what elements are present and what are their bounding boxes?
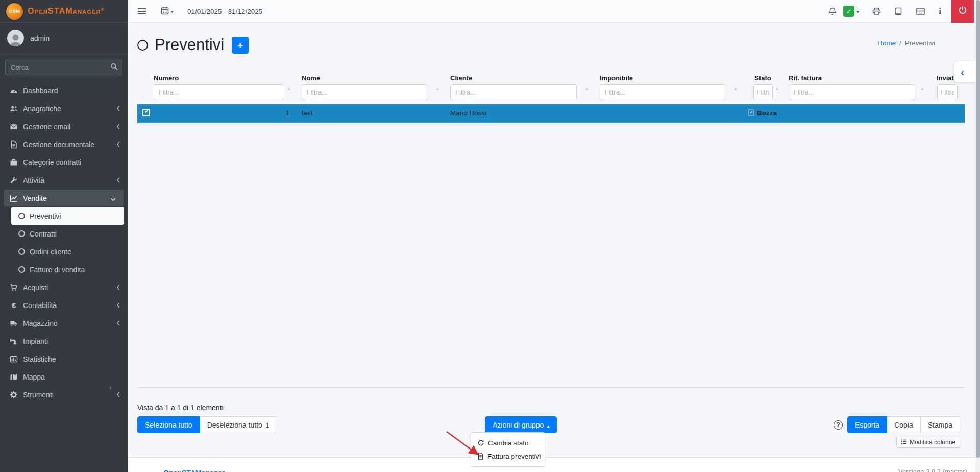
sidebar-item-contratti[interactable]: Contratti	[11, 225, 124, 243]
chevron-left-icon	[116, 319, 120, 327]
osm-logo-icon: OSM	[6, 3, 23, 20]
date-range[interactable]: 01/01/2025 - 31/12/2025	[187, 8, 262, 15]
print-table-button[interactable]: Stampa	[921, 416, 960, 433]
column-header-label[interactable]: Cliente	[450, 74, 594, 82]
filter-input-rif-fattura[interactable]	[789, 84, 915, 100]
sidebar-item-label: Impianti	[23, 337, 48, 345]
logout-power-button[interactable]	[951, 0, 974, 23]
right-panel-toggle[interactable]: ‹	[954, 61, 976, 82]
help-icon[interactable]: ?	[834, 420, 843, 430]
table-row-selected[interactable]: ✓ 1 test Mario Rossi Bozza	[137, 104, 965, 123]
breadcrumb-home-link[interactable]: Home	[877, 39, 896, 47]
sidebar-item-label: Acquisti	[23, 284, 48, 292]
keyboard-shortcuts-button[interactable]	[916, 8, 925, 15]
sidebar-item-anagrafiche[interactable]: Anagrafiche	[0, 100, 128, 117]
sidebar-item-ordini-cliente[interactable]: Ordini cliente	[11, 243, 124, 261]
filter-input-inviata[interactable]	[937, 84, 958, 100]
manual-book-button[interactable]	[894, 7, 902, 15]
sidebar-item-label: Statistiche	[23, 355, 56, 363]
filter-input-numero[interactable]	[154, 84, 283, 100]
sidebar-item-acquisti[interactable]: Acquisti	[0, 278, 128, 296]
add-record-button[interactable]: +	[232, 37, 249, 54]
menu-item-cambia-stato[interactable]: Cambia stato	[471, 436, 545, 450]
sort-arrow-icon[interactable]: ▲	[585, 86, 589, 91]
file-invoice-icon	[477, 453, 484, 460]
chevron-left-icon: ‹	[961, 66, 964, 78]
cart-icon	[8, 284, 19, 292]
copy-button[interactable]: Copia	[887, 416, 921, 433]
sidebar-nav: Dashboard Anagrafiche Gestione email Ges…	[0, 82, 128, 404]
group-actions-menu: Cambia stato Fattura preventivi	[471, 432, 545, 467]
column-header-label[interactable]: Imponibile	[600, 74, 743, 82]
sort-arrow-icon[interactable]: ▲	[435, 86, 439, 91]
brand[interactable]: OSM OpenSTAManager®	[0, 0, 128, 23]
column-stato: Stato ▲	[743, 73, 783, 100]
sidebar-item-impianti[interactable]: Impianti	[0, 332, 128, 350]
sidebar-item-preventivi[interactable]: Preventivi	[11, 207, 124, 225]
sort-arrow-icon[interactable]: ▲	[733, 86, 738, 91]
chevron-left-icon	[116, 123, 120, 131]
sidebar-item-gestione-email[interactable]: Gestione email	[0, 117, 128, 135]
column-cliente: Cliente ▲	[445, 73, 594, 100]
chevron-left-icon	[116, 284, 120, 292]
power-icon	[958, 6, 967, 17]
sidebar-item-strumenti[interactable]: Strumenti	[0, 386, 128, 404]
sidebar-item-label: Contabilità	[23, 301, 57, 310]
row-checkbox[interactable]: ✓	[142, 109, 150, 116]
sidebar-item-label: Dashboard	[23, 87, 58, 95]
sidebar-item-label: Ordini cliente	[30, 248, 71, 256]
sidebar-item-fatture-di-vendita[interactable]: Fatture di vendita	[11, 261, 124, 278]
search-input[interactable]	[5, 60, 106, 75]
search-button[interactable]	[106, 60, 122, 75]
filter-input-imponibile[interactable]	[600, 84, 726, 100]
column-header-label[interactable]: Nome	[302, 74, 445, 82]
edit-columns-button[interactable]: Modifica colonne	[896, 437, 960, 448]
column-header-label[interactable]: Stato	[743, 74, 783, 82]
sidebar-item-dashboard[interactable]: Dashboard	[0, 82, 128, 100]
scrollbar-thumb[interactable]	[976, 0, 980, 458]
info-button[interactable]: i	[939, 6, 941, 16]
sidebar-item-vendite[interactable]: Vendite	[4, 190, 124, 206]
topbar: ▾ 01/01/2025 - 31/12/2025 ✓ ▾ i	[128, 0, 980, 23]
column-header-label[interactable]: Numero	[154, 74, 296, 82]
notifications-bell-button[interactable]	[828, 7, 837, 16]
avatar	[7, 30, 24, 46]
sort-arrow-icon[interactable]: ▲	[775, 86, 779, 91]
filter-input-stato[interactable]	[753, 84, 773, 100]
sidebar-item-gestione-documentale[interactable]: Gestione documentale	[0, 135, 128, 153]
column-header-label[interactable]: Rif. fattura	[789, 74, 929, 82]
sidebar-item-contabilita[interactable]: € Contabilità	[0, 296, 128, 314]
group-actions-button[interactable]: Azioni di gruppo▴	[485, 416, 557, 433]
footer-version: Versione 2.9.2 (master)	[898, 468, 967, 472]
deselect-all-button[interactable]: Deseleziona tutto1	[200, 416, 277, 433]
cell-value: test	[302, 109, 313, 117]
sidebar-item-statistiche[interactable]: Statistiche	[0, 350, 128, 368]
sidebar-item-categorie-contratti[interactable]: Categorie contratti	[0, 153, 128, 171]
export-toolbar: ? Esporta Copia Stampa	[834, 416, 960, 433]
menu-item-fattura-preventivi[interactable]: Fattura preventivi	[471, 450, 545, 463]
status-check-dropdown[interactable]: ✓ ▾	[843, 6, 859, 17]
sidebar-item-attivita[interactable]: Attività	[0, 171, 128, 189]
calendar-button[interactable]: ▾	[161, 6, 174, 17]
sort-arrow-icon[interactable]: ▲	[287, 86, 291, 91]
sidebar-item-mappa[interactable]: Mappa	[0, 368, 128, 386]
chart-line-icon	[8, 194, 19, 202]
print-button[interactable]	[872, 7, 881, 15]
export-button[interactable]: Esporta	[847, 416, 887, 433]
select-all-button[interactable]: Seleziona tutto	[137, 416, 200, 433]
sidebar-collapse-chevron-icon[interactable]: ‹	[109, 383, 112, 391]
sync-icon	[477, 439, 484, 446]
chevron-left-icon	[116, 301, 120, 310]
export-buttons: Esporta Copia Stampa	[847, 416, 960, 433]
caret-up-icon: ▴	[547, 423, 549, 429]
hamburger-menu-button[interactable]	[137, 8, 146, 15]
chevron-left-icon	[116, 391, 120, 399]
filter-input-nome[interactable]	[302, 84, 428, 100]
sort-arrow-icon[interactable]: ▲	[920, 86, 924, 91]
sidebar-item-magazzino[interactable]: Magazzino	[0, 314, 128, 332]
cell-stato: Bozza	[743, 104, 783, 122]
filter-input-cliente[interactable]	[450, 84, 577, 100]
footer-app-link[interactable]: OpenSTAManager	[163, 469, 225, 472]
chart-bar-icon	[8, 355, 19, 363]
briefcase-icon	[8, 158, 19, 167]
